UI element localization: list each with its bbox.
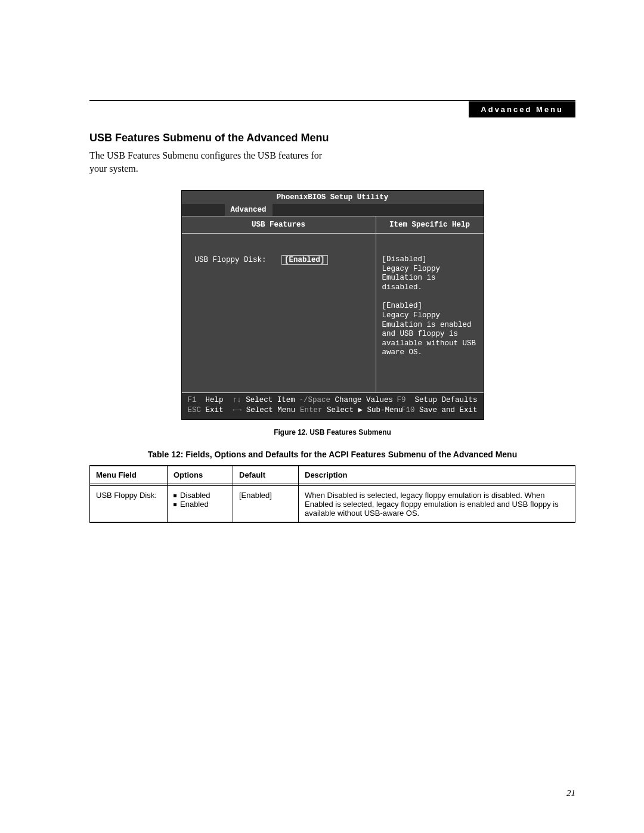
footer-key-updown: ↑↓ bbox=[233, 396, 242, 404]
bios-left-panel: USB Features USB Floppy Disk: [Enabled] bbox=[182, 216, 376, 392]
cell-options: Disabled Enabled bbox=[168, 484, 233, 522]
footer-val-help: Help bbox=[206, 396, 224, 404]
figure-caption: Figure 12. USB Features Submenu bbox=[89, 428, 575, 436]
th-options: Options bbox=[168, 466, 233, 484]
bios-left-content: USB Floppy Disk: [Enabled] bbox=[182, 234, 376, 392]
bios-footer-row-1: F1 Help ↑↓ Select Item -/Space Change Va… bbox=[188, 395, 478, 405]
section-intro: The USB Features Submenu configures the … bbox=[89, 149, 328, 175]
bios-tab-advanced[interactable]: Advanced bbox=[225, 204, 273, 216]
bios-field-label: USB Floppy Disk: bbox=[195, 256, 267, 264]
footer-val-defaults: Setup Defaults bbox=[414, 396, 477, 404]
footer-key-f1: F1 bbox=[188, 396, 197, 404]
cell-description: When Disabled is selected, legacy floppy… bbox=[299, 484, 575, 522]
cell-menu-field: USB Floppy Disk: bbox=[90, 484, 168, 522]
footer-key-f9: F9 bbox=[397, 396, 405, 404]
footer-val-submenu: Select ▶ Sub-Menu bbox=[327, 406, 403, 414]
table-row: USB Floppy Disk: Disabled Enabled [Enabl… bbox=[90, 484, 575, 522]
bios-tabstrip: Advanced bbox=[182, 204, 484, 216]
bios-window: PhoenixBIOS Setup Utility Advanced USB F… bbox=[181, 190, 484, 420]
top-rule bbox=[89, 100, 575, 101]
th-menu-field: Menu Field bbox=[90, 466, 168, 484]
th-default: Default bbox=[233, 466, 299, 484]
bios-left-title: USB Features bbox=[182, 216, 376, 234]
bios-help-text: [Disabled] Legacy Floppy Emulation is di… bbox=[376, 234, 484, 392]
bios-right-title: Item Specific Help bbox=[376, 216, 484, 234]
option-enabled: Enabled bbox=[174, 500, 227, 509]
footer-key-space: -/Space bbox=[299, 396, 331, 404]
page-number: 21 bbox=[566, 788, 575, 798]
page: Advanced Menu USB Features Submenu of th… bbox=[0, 0, 644, 833]
header-tab: Advanced Menu bbox=[469, 101, 575, 117]
table-caption: Table 12: Fields, Options and Defaults f… bbox=[89, 450, 575, 459]
footer-val-exit: Exit bbox=[206, 406, 224, 414]
bios-utility-title: PhoenixBIOS Setup Utility bbox=[182, 191, 484, 204]
bios-help-panel: Item Specific Help [Disabled] Legacy Flo… bbox=[376, 216, 484, 392]
footer-val-save: Save and Exit bbox=[419, 406, 478, 414]
option-disabled: Disabled bbox=[174, 491, 227, 500]
bios-footer: F1 Help ↑↓ Select Item -/Space Change Va… bbox=[182, 392, 484, 419]
options-table: Menu Field Options Default Description U… bbox=[89, 465, 575, 523]
bios-field-value[interactable]: [Enabled] bbox=[281, 255, 328, 265]
footer-val-change: Change Values bbox=[335, 396, 394, 404]
footer-val-select-item: Select Item bbox=[246, 396, 295, 404]
footer-key-leftright: ←→ bbox=[233, 406, 242, 414]
table-header-row: Menu Field Options Default Description bbox=[90, 466, 575, 484]
footer-val-select-menu: Select Menu bbox=[246, 406, 296, 414]
section-title: USB Features Submenu of the Advanced Men… bbox=[89, 132, 575, 144]
footer-key-esc: ESC bbox=[188, 406, 202, 414]
footer-key-enter: Enter bbox=[300, 406, 323, 414]
bios-body: USB Features USB Floppy Disk: [Enabled] … bbox=[182, 216, 484, 392]
footer-key-f10: F10 bbox=[401, 406, 415, 414]
th-description: Description bbox=[299, 466, 575, 484]
bios-footer-row-2: ESC Exit ←→ Select Menu Enter Select ▶ S… bbox=[188, 405, 478, 416]
cell-default: [Enabled] bbox=[233, 484, 299, 522]
